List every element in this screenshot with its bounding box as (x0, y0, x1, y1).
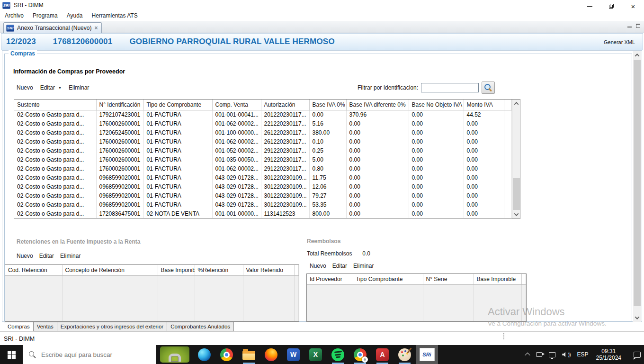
cell: 1760002600001 (96, 155, 143, 164)
column-header[interactable]: Sustento (14, 100, 96, 110)
taskbar-chrome-app[interactable] (349, 345, 371, 364)
taskbar-excel[interactable]: X (304, 345, 327, 364)
cell: 11.75 (309, 173, 346, 182)
rem-editar-button[interactable]: Editar (332, 263, 347, 269)
retenciones-title: Retenciones en la Fuente Impuesto a la R… (17, 238, 140, 245)
cell (158, 275, 195, 321)
table-row[interactable]: 02-Costo o Gasto para d...17600026000010… (14, 146, 512, 155)
menu-programa[interactable]: Programa (33, 12, 58, 19)
table-row[interactable]: 02-Costo o Gasto para d...09685990200010… (14, 200, 512, 209)
tab-compras[interactable]: Compras (4, 322, 34, 331)
taskbar-game-app[interactable] (156, 345, 193, 364)
firefox-icon (265, 348, 277, 361)
cell: 01-FACTURA (143, 173, 212, 182)
table-row[interactable]: 02-Costo o Gasto para d...09685990200010… (14, 173, 512, 182)
volume-icon[interactable]: )) (559, 345, 573, 364)
taskbar-explorer[interactable] (238, 345, 260, 364)
editar-button[interactable]: Editar (40, 84, 55, 91)
tab-exportaciones[interactable]: Exportaciones y otros ingresos del exter… (57, 322, 167, 331)
cell: 0.00 (464, 119, 504, 128)
table-row[interactable]: 02-Costo o Gasto para d...17600026000010… (14, 137, 512, 146)
ret-nuevo-button[interactable]: Nuevo (17, 253, 33, 259)
menu-archivo[interactable]: Archivo (5, 12, 24, 19)
table-row[interactable]: 02-Costo o Gasto para d...17921074230010… (14, 110, 512, 119)
cell: 01-FACTURA (143, 182, 212, 191)
column-header[interactable]: Base Imponible (474, 274, 521, 284)
action-center-icon[interactable] (626, 345, 644, 364)
column-header[interactable]: Valor Retenido (243, 265, 294, 275)
column-header[interactable]: Tipo Comprobante (353, 274, 423, 284)
scroll-down-icon[interactable] (633, 314, 641, 322)
taskbar-acrobat[interactable]: A (371, 345, 394, 364)
paint-icon (398, 348, 411, 361)
table-row[interactable]: 02-Costo o Gasto para d...17206524500010… (14, 128, 512, 137)
eliminar-button[interactable]: Eliminar (69, 84, 89, 91)
retenciones-table: Cod. RetenciónConcepto de RetenciónBase … (5, 265, 299, 321)
cell: 201220230117... (261, 110, 309, 119)
column-header[interactable]: %Retención (195, 265, 243, 275)
meet-now-camera-icon[interactable] (533, 345, 546, 364)
column-header[interactable]: Base IVA 0% (309, 100, 346, 110)
tab-ventas[interactable]: Ventas (34, 322, 57, 331)
taskbar-firefox[interactable] (260, 345, 282, 364)
taskbar-edge[interactable] (193, 345, 215, 364)
table-row[interactable]: 02-Costo o Gasto para d...09685990200010… (14, 191, 512, 200)
taskbar-search[interactable] (23, 345, 156, 364)
cell: 001-100-00000... (212, 128, 261, 137)
column-header[interactable]: Base No Objeto IVA (409, 100, 464, 110)
taskbar-paint[interactable] (394, 345, 416, 364)
scroll-up-icon[interactable] (633, 51, 641, 59)
scrollbar-thumb[interactable] (634, 60, 641, 306)
taskbar-sri-active[interactable]: SRi (416, 345, 438, 364)
ret-editar-button[interactable]: Editar (39, 253, 54, 259)
column-header[interactable]: Comp. Venta (212, 100, 261, 110)
menu-ayuda[interactable]: Ayuda (67, 12, 83, 19)
table-row[interactable]: 02-Costo o Gasto para d...09685990200010… (14, 182, 512, 191)
search-icon (29, 351, 36, 358)
generar-xml-button[interactable]: Generar XML (604, 39, 635, 45)
column-header[interactable]: Tipo de Comprobante (143, 100, 212, 110)
taskbar-clock[interactable]: 09:31 25/1/2024 (592, 348, 626, 361)
table-row[interactable]: 02-Costo o Gasto para d...17600026000010… (14, 119, 512, 128)
table-row[interactable]: 02-Costo o Gasto para d...17208364750010… (14, 209, 512, 218)
view-maximize-icon[interactable] (636, 24, 640, 28)
ret-eliminar-button[interactable]: Eliminar (60, 253, 80, 259)
column-header[interactable]: Base IVA diferente 0% (346, 100, 409, 110)
taskbar-chrome[interactable] (215, 345, 238, 364)
search-button[interactable] (482, 82, 495, 94)
tab-comprobantes-anulados[interactable]: Comprobantes Anulados (167, 322, 234, 331)
tab-close-icon[interactable]: × (94, 25, 98, 31)
scroll-down-icon[interactable] (512, 210, 520, 218)
taskbar-search-input[interactable] (41, 351, 145, 358)
editar-dropdown-icon[interactable]: ▼ (58, 86, 62, 90)
column-header[interactable]: Concepto de Retención (62, 265, 158, 275)
splitter-handle[interactable] (503, 333, 504, 339)
network-icon[interactable] (546, 345, 559, 364)
table-row[interactable]: 02-Costo o Gasto para d...17600026000010… (14, 164, 512, 173)
view-minimize-icon[interactable] (627, 24, 632, 27)
cell: 043-029-01728... (212, 182, 261, 191)
column-header-filler (504, 100, 512, 110)
column-header[interactable]: Base Imponible (158, 265, 195, 275)
column-header[interactable]: N° Serie (423, 274, 474, 284)
table-row[interactable]: 02-Costo o Gasto para d...17600026000010… (14, 155, 512, 164)
scroll-up-icon[interactable] (512, 100, 520, 108)
column-header[interactable]: Monto IVA (464, 100, 504, 110)
start-button[interactable] (0, 345, 23, 364)
column-header[interactable]: Autorización (261, 100, 309, 110)
column-header[interactable]: Cod. Retención (5, 265, 62, 275)
rem-eliminar-button[interactable]: Eliminar (353, 263, 374, 269)
scrollbar-thumb[interactable] (513, 178, 520, 210)
column-header[interactable]: Id Proveedor (307, 274, 353, 284)
language-indicator[interactable]: ESP (574, 345, 592, 364)
menu-herramientas-ats[interactable]: Herramientas ATS (92, 12, 138, 19)
tray-chevron-up-icon[interactable] (522, 345, 533, 364)
tab-anexo-transaccional[interactable]: SRi Anexo Transaccional (Nuevo) × (3, 22, 102, 33)
nuevo-button[interactable]: Nuevo (17, 84, 33, 91)
column-header[interactable]: N° Identificación (96, 100, 143, 110)
taskbar-spotify[interactable] (327, 345, 349, 364)
rem-nuevo-button[interactable]: Nuevo (310, 263, 326, 269)
cell: 01-FACTURA (143, 155, 212, 164)
filter-input[interactable] (421, 83, 479, 92)
taskbar-word[interactable]: W (282, 345, 304, 364)
